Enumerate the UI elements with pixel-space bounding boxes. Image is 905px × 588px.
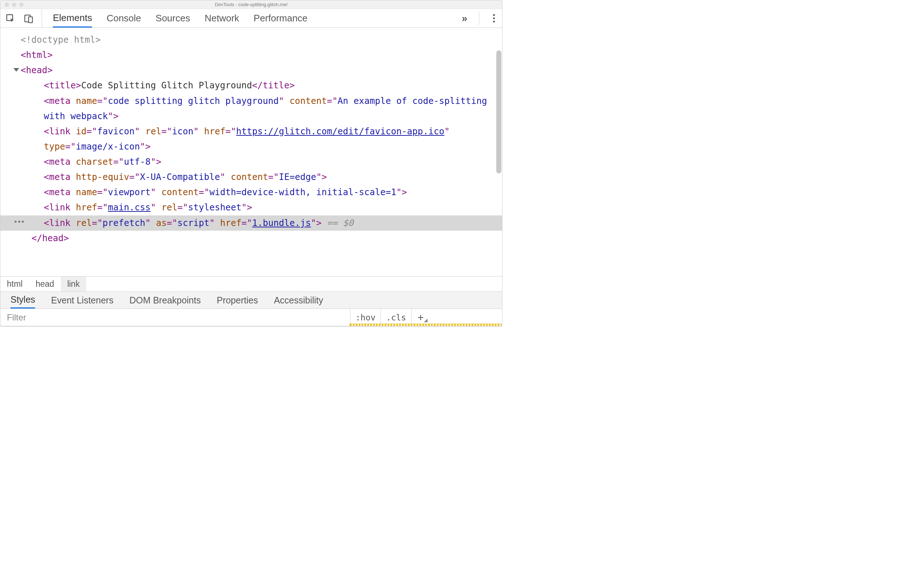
dom-link-prefetch-selected[interactable]: <link rel="prefetch" as="script" href="1… — [0, 215, 502, 230]
dom-head-open[interactable]: <head> — [0, 63, 502, 78]
subtab-accessibility[interactable]: Accessibility — [274, 292, 323, 308]
toggle-hov-button[interactable]: :hov — [351, 309, 381, 326]
devtools-window: DevTools - code-splitting.glitch.me/ Ele… — [0, 0, 502, 327]
zoom-window-button[interactable] — [19, 3, 24, 7]
minimize-window-button[interactable] — [12, 3, 16, 7]
styles-toolbar: :hov .cls — [0, 309, 502, 326]
dom-meta-charset[interactable]: <meta charset="utf-8"> — [0, 154, 502, 170]
tab-performance[interactable]: Performance — [254, 9, 308, 27]
tab-network[interactable]: Network — [205, 9, 239, 27]
dom-head-close[interactable]: </head> — [0, 230, 502, 246]
dom-meta-viewport[interactable]: <meta name="viewport" content="width=dev… — [0, 185, 502, 200]
vertical-scrollbar[interactable] — [496, 50, 502, 173]
box-model-indicator — [350, 324, 502, 326]
dom-title[interactable]: <title>Code Splitting Glitch Playground<… — [0, 78, 502, 93]
more-tabs-button[interactable]: » — [462, 13, 467, 24]
breadcrumb-link[interactable]: link — [61, 277, 87, 291]
close-window-button[interactable] — [5, 3, 9, 7]
subtab-dom-breakpoints[interactable]: DOM Breakpoints — [129, 292, 200, 308]
divider — [479, 12, 479, 25]
breadcrumb-html[interactable]: html — [0, 277, 29, 291]
styles-filter-input[interactable] — [0, 309, 350, 326]
breadcrumb: html head link — [0, 276, 502, 291]
settings-menu-button[interactable] — [491, 12, 497, 25]
expand-toggle-icon[interactable] — [13, 68, 19, 72]
window-title: DevTools - code-splitting.glitch.me/ — [215, 2, 288, 7]
dom-meta-compat[interactable]: <meta http-equiv="X-UA-Compatible" conte… — [0, 170, 502, 185]
tab-elements[interactable]: Elements — [53, 9, 92, 27]
titlebar: DevTools - code-splitting.glitch.me/ — [0, 0, 502, 9]
favicon-href-link[interactable]: https://glitch.com/edit/favicon-app.ico — [236, 126, 444, 137]
tab-console[interactable]: Console — [106, 9, 141, 27]
main-tabs: Elements Console Sources Network Perform… — [53, 9, 497, 27]
subtab-properties[interactable]: Properties — [217, 292, 258, 308]
window-controls — [5, 3, 24, 7]
main-toolbar: Elements Console Sources Network Perform… — [0, 9, 502, 28]
toggle-cls-button[interactable]: .cls — [381, 309, 411, 326]
inspect-element-icon[interactable] — [5, 13, 16, 24]
tab-sources[interactable]: Sources — [156, 9, 190, 27]
new-style-rule-button[interactable] — [411, 309, 433, 326]
dom-doctype[interactable]: <!doctype html> — [0, 32, 502, 48]
dom-link-favicon[interactable]: <link id="favicon" rel="icon" href="http… — [0, 124, 502, 154]
breadcrumb-head[interactable]: head — [29, 277, 60, 291]
dom-link-maincss[interactable]: <link href="main.css" rel="stylesheet"> — [0, 200, 502, 215]
svg-rect-2 — [29, 17, 33, 22]
subtab-event-listeners[interactable]: Event Listeners — [51, 292, 113, 308]
dom-tree-panel[interactable]: <!doctype html> <html> <head> <title>Cod… — [0, 28, 502, 276]
sidebar-tabs: Styles Event Listeners DOM Breakpoints P… — [0, 291, 502, 309]
subtab-styles[interactable]: Styles — [11, 292, 35, 308]
bundle-href-link[interactable]: 1.bundle.js — [252, 218, 311, 228]
dom-html-open[interactable]: <html> — [0, 48, 502, 63]
dom-meta-description[interactable]: <meta name="code splitting glitch playgr… — [0, 94, 502, 124]
device-toolbar-icon[interactable] — [24, 13, 34, 24]
maincss-href-link[interactable]: main.css — [108, 202, 151, 213]
